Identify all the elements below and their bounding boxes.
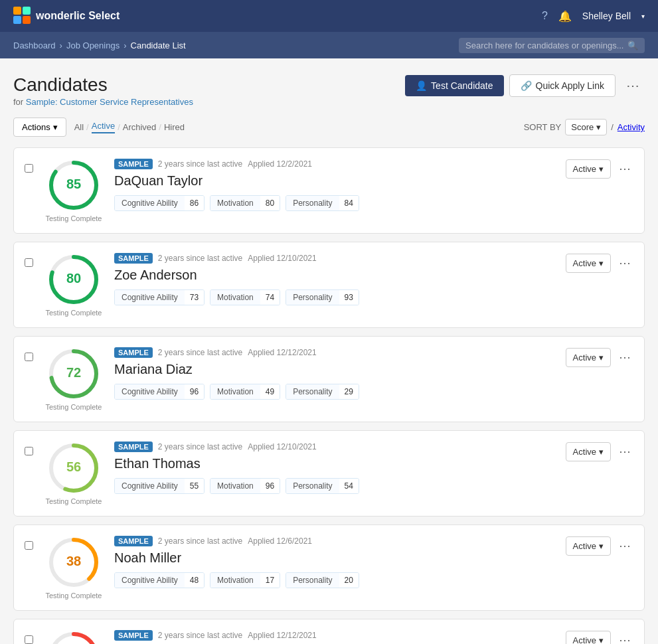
card-more-button[interactable]: ⋯ (616, 536, 633, 556)
sort-score-chevron-icon: ▾ (596, 122, 601, 132)
card-actions: Active ▾ ⋯ (566, 159, 633, 179)
candidates-list: 85 Testing Complete SAMPLE 2 years since… (13, 147, 645, 644)
logo[interactable]: wonderlic Select (13, 7, 120, 25)
personality-label: Personality (286, 479, 339, 493)
cognitive-value: 55 (185, 479, 204, 493)
svg-text:72: 72 (66, 365, 81, 380)
status-button[interactable]: Active ▾ (566, 442, 611, 461)
card-meta: SAMPLE 2 years since last active Applied… (114, 347, 555, 358)
status-button[interactable]: Active ▾ (566, 159, 611, 179)
svg-text:85: 85 (66, 177, 81, 191)
meta-since: 2 years since last active (158, 631, 242, 640)
card-more-button[interactable]: ⋯ (616, 253, 633, 273)
filter-tab-all[interactable]: All (74, 122, 84, 132)
status-chevron-icon: ▾ (599, 164, 604, 174)
score-circle: 80 Testing Complete (44, 253, 104, 317)
sort-activity-link[interactable]: Activity (617, 122, 645, 132)
meta-applied: Applied 12/10/2021 (248, 254, 316, 263)
search-input[interactable] (465, 40, 623, 50)
cognitive-value: 73 (185, 290, 204, 305)
meta-since: 2 years since last active (158, 348, 242, 357)
breadcrumb-job-openings[interactable]: Job Openings (66, 40, 120, 50)
cognitive-score-box: Cognitive Ability 86 (114, 195, 205, 211)
filter-tab-hired[interactable]: Hired (164, 122, 185, 132)
card-content: SAMPLE 2 years since last active Applied… (114, 442, 555, 494)
user-name[interactable]: Shelley Bell (582, 11, 631, 21)
candidate-checkbox[interactable] (25, 353, 33, 361)
filter-tab-active[interactable]: Active (92, 121, 115, 133)
scores-row: Cognitive Ability 73 Motivation 74 Perso… (114, 289, 555, 305)
card-actions: Active ▾ ⋯ (566, 347, 633, 367)
card-content: SAMPLE 2 years since last active Applied… (114, 347, 555, 400)
svg-text:56: 56 (66, 459, 81, 474)
candidate-checkbox[interactable] (25, 164, 33, 173)
candidate-name[interactable]: Mariana Diaz (114, 362, 555, 377)
sample-badge: SAMPLE (114, 253, 153, 264)
candidate-name[interactable]: DaQuan Taylor (114, 173, 555, 189)
score-label: Testing Complete (46, 309, 102, 317)
motivation-value: 17 (260, 573, 280, 588)
sort-score-button[interactable]: Score ▾ (565, 119, 607, 135)
card-meta: SAMPLE 2 years since last active Applied… (114, 536, 555, 546)
logo-icon (13, 7, 32, 25)
status-label: Active (573, 353, 596, 362)
personality-score-box: Personality 54 (286, 478, 359, 494)
actions-dropdown[interactable]: Actions ▾ (13, 118, 66, 137)
status-button[interactable]: Active ▾ (566, 254, 611, 273)
motivation-score-box: Motivation 49 (210, 384, 280, 400)
candidate-card: 56 Testing Complete SAMPLE 2 years since… (13, 430, 645, 517)
sample-badge: SAMPLE (114, 536, 153, 546)
cognitive-value: 48 (185, 573, 204, 588)
status-button[interactable]: Active ▾ (566, 631, 611, 645)
meta-applied: Applied 12/2/2021 (248, 159, 312, 169)
cognitive-value: 96 (185, 384, 204, 399)
sort-by-label: SORT BY (524, 122, 562, 132)
card-meta: SAMPLE 2 years since last active Applied… (114, 442, 555, 452)
quick-apply-button[interactable]: 🔗 Quick Apply Link (509, 74, 616, 97)
sample-badge: SAMPLE (114, 442, 153, 452)
personality-score-box: Personality 20 (286, 572, 359, 588)
candidate-checkbox[interactable] (25, 447, 33, 455)
score-svg: 56 (47, 442, 100, 495)
motivation-label: Motivation (210, 479, 260, 493)
candidate-name[interactable]: Zoe Anderson (114, 268, 555, 283)
sort-controls: SORT BY Score ▾ / Activity (524, 119, 645, 135)
breadcrumb-sep-2: › (123, 40, 126, 50)
bell-icon[interactable]: 🔔 (558, 10, 572, 23)
subtitle-link[interactable]: Sample: Customer Service Representatives (26, 97, 193, 107)
help-icon[interactable]: ? (542, 10, 548, 22)
filter-row: Actions ▾ All / Active / Archived / Hire… (13, 118, 645, 137)
cognitive-score-box: Cognitive Ability 73 (114, 289, 205, 305)
score-circle: 85 Testing Complete (44, 159, 104, 222)
card-more-button[interactable]: ⋯ (616, 159, 633, 179)
candidate-checkbox[interactable] (25, 635, 33, 644)
cognitive-label: Cognitive Ability (115, 573, 185, 588)
status-chevron-icon: ▾ (599, 635, 604, 645)
status-button[interactable]: Active ▾ (566, 348, 611, 367)
test-candidate-button[interactable]: 👤 Test Candidate (405, 75, 503, 96)
main-content: Candidates for Sample: Customer Service … (0, 58, 658, 644)
cognitive-score-box: Cognitive Ability 55 (114, 478, 205, 494)
scores-row: Cognitive Ability 86 Motivation 80 Perso… (114, 195, 555, 211)
status-button[interactable]: Active ▾ (566, 536, 611, 556)
breadcrumb-dashboard[interactable]: Dashboard (13, 40, 56, 50)
page-more-button[interactable]: ⋯ (621, 75, 645, 96)
candidate-name[interactable]: Noah Miller (114, 550, 555, 566)
search-bar[interactable]: 🔍 (459, 38, 645, 53)
nav-right: ? 🔔 Shelley Bell ▾ (542, 10, 645, 23)
card-meta: SAMPLE 2 years since last active Applied… (114, 630, 555, 641)
card-more-button[interactable]: ⋯ (616, 347, 633, 367)
motivation-score-box: Motivation 74 (210, 289, 280, 305)
candidate-name[interactable]: Ethan Thomas (114, 456, 555, 471)
filter-tab-archived[interactable]: Archived (123, 122, 157, 132)
score-label: Testing Complete (46, 403, 102, 411)
card-more-button[interactable]: ⋯ (616, 630, 633, 644)
card-more-button[interactable]: ⋯ (616, 442, 633, 461)
candidate-checkbox[interactable] (25, 541, 33, 550)
personality-value: 29 (339, 384, 359, 399)
cognitive-label: Cognitive Ability (115, 479, 185, 493)
status-chevron-icon: ▾ (599, 541, 604, 551)
svg-rect-2 (13, 16, 21, 24)
candidate-checkbox[interactable] (25, 258, 33, 267)
subtitle-prefix: for (13, 97, 23, 107)
